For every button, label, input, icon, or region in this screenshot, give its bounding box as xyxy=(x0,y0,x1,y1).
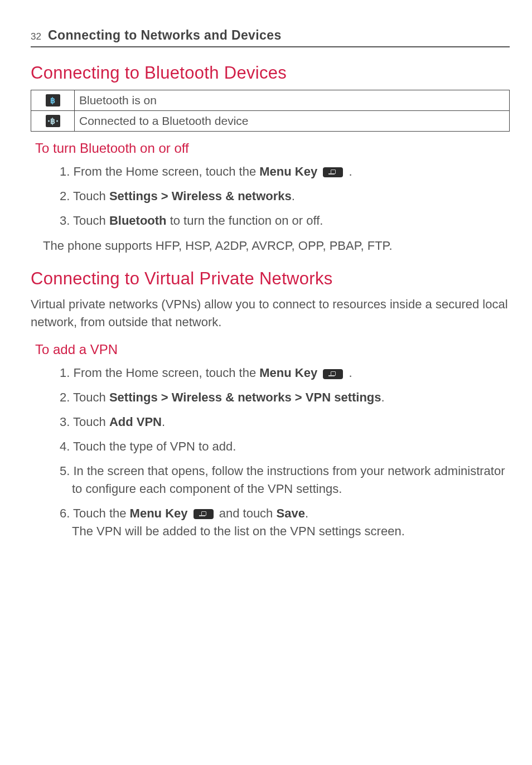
list-item: 2. Touch Settings > Wireless & networks … xyxy=(60,389,510,406)
step-text: 5. In the screen that opens, follow the … xyxy=(60,464,505,496)
step-text: 1. From the Home screen, touch the xyxy=(60,366,259,380)
list-item: 5. In the screen that opens, follow the … xyxy=(60,462,510,498)
list-item: 4. Touch the type of VPN to add. xyxy=(60,438,510,456)
list-item: 3. Touch Bluetooth to turn the function … xyxy=(60,212,510,230)
list-item: 2. Touch Settings > Wireless & networks. xyxy=(60,187,510,205)
step-text: and touch xyxy=(216,506,277,520)
step-continuation-text: The VPN will be added to the list on the… xyxy=(72,522,510,540)
menu-key-label: Menu Key xyxy=(259,366,321,380)
settings-path-label: Settings > Wireless & networks xyxy=(109,189,292,203)
subhead-add-vpn: To add a VPN xyxy=(35,342,510,357)
settings-path-label: Settings > Wireless & networks > VPN set… xyxy=(109,390,381,404)
step-text: 2. Touch xyxy=(60,189,109,203)
vpn-steps: 1. From the Home screen, touch the Menu … xyxy=(60,364,510,540)
bluetooth-steps: 1. From the Home screen, touch the Menu … xyxy=(60,163,510,230)
add-vpn-label: Add VPN xyxy=(109,415,162,429)
menu-key-icon xyxy=(194,509,214,519)
section-title-vpn: Connecting to Virtual Private Networks xyxy=(31,269,510,289)
page-header: 32 Connecting to Networks and Devices xyxy=(31,28,510,47)
save-label: Save xyxy=(276,506,304,520)
section-title-bluetooth: Connecting to Bluetooth Devices xyxy=(31,63,510,83)
subhead-turn-bluetooth: To turn Bluetooth on or off xyxy=(35,141,510,156)
step-text: 3. Touch xyxy=(60,415,109,429)
vpn-intro-text: Virtual private networks (VPNs) allow yo… xyxy=(31,296,510,331)
menu-key-label: Menu Key xyxy=(259,164,321,178)
bluetooth-connected-label: Connected to a Bluetooth device xyxy=(79,114,249,127)
list-item: 3. Touch Add VPN. xyxy=(60,413,510,431)
bluetooth-status-table: ฿ Bluetooth is on ฿ Connected to a Bluet… xyxy=(31,90,510,132)
supported-profiles-text: The phone supports HFP, HSP, A2DP, AVRCP… xyxy=(43,239,510,253)
menu-key-icon xyxy=(323,369,343,379)
step-text: 2. Touch xyxy=(60,390,109,404)
menu-key-icon xyxy=(323,167,343,177)
step-text: 6. Touch the xyxy=(60,506,130,520)
menu-key-label: Menu Key xyxy=(130,506,191,520)
table-cell: Bluetooth is on xyxy=(75,90,510,111)
table-row: ฿ Bluetooth is on xyxy=(31,90,510,111)
chapter-title: Connecting to Networks and Devices xyxy=(48,28,282,43)
step-text: . xyxy=(381,390,385,404)
step-text: . xyxy=(305,506,308,520)
list-item: 1. From the Home screen, touch the Menu … xyxy=(60,163,510,181)
step-text: . xyxy=(345,164,352,178)
bluetooth-label: Bluetooth xyxy=(109,214,167,227)
step-text: . xyxy=(345,366,352,380)
bluetooth-on-label: Bluetooth is on xyxy=(79,94,157,106)
bluetooth-connected-icon: ฿ xyxy=(46,115,60,127)
table-cell: Connected to a Bluetooth device xyxy=(75,111,510,132)
page-number: 32 xyxy=(31,31,41,42)
icon-cell-bluetooth-on: ฿ xyxy=(31,90,75,111)
step-text: 4. Touch the type of VPN to add. xyxy=(60,439,236,453)
step-text: 1. From the Home screen, touch the xyxy=(60,164,259,178)
table-row: ฿ Connected to a Bluetooth device xyxy=(31,111,510,132)
step-text: to turn the function on or off. xyxy=(167,214,323,227)
manual-page: 32 Connecting to Networks and Devices Co… xyxy=(0,0,532,577)
step-text: . xyxy=(292,189,295,203)
step-text: 3. Touch xyxy=(60,214,109,227)
list-item: 6. Touch the Menu Key and touch Save. Th… xyxy=(60,505,510,540)
bluetooth-on-icon: ฿ xyxy=(46,94,60,106)
icon-cell-bluetooth-connected: ฿ xyxy=(31,111,75,132)
step-text: . xyxy=(162,415,165,429)
list-item: 1. From the Home screen, touch the Menu … xyxy=(60,364,510,382)
